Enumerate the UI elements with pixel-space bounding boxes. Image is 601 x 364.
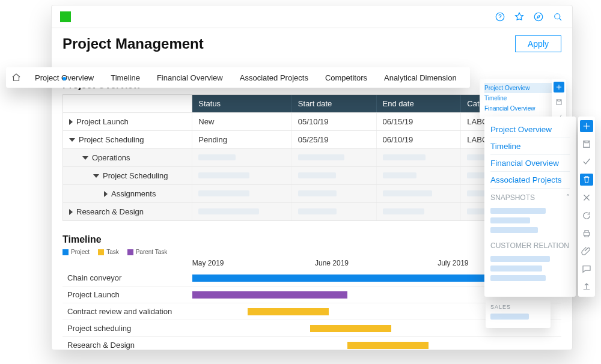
cell-start: 05/10/19 bbox=[292, 113, 377, 130]
col-end[interactable]: End date bbox=[377, 95, 462, 112]
save-icon[interactable] bbox=[554, 97, 564, 108]
row-label: Project Scheduling bbox=[103, 171, 168, 180]
toc-mini: Project Overview Timeline Financial Over… bbox=[480, 79, 558, 119]
cell-start bbox=[292, 167, 377, 184]
svg-rect-5 bbox=[584, 141, 590, 147]
apply-button[interactable]: Apply bbox=[515, 35, 561, 52]
expander-icon[interactable] bbox=[69, 138, 75, 142]
home-icon[interactable] bbox=[6, 72, 26, 83]
add-icon[interactable] bbox=[554, 82, 564, 93]
cell-end: 06/15/19 bbox=[377, 113, 462, 130]
row-label: Project Scheduling bbox=[79, 135, 144, 144]
cell-end bbox=[377, 185, 462, 202]
cell-start bbox=[292, 203, 377, 220]
tab-analytical-dimension[interactable]: Analytical Dimension bbox=[376, 73, 465, 82]
expander-icon[interactable] bbox=[93, 174, 99, 178]
svg-point-3 bbox=[555, 13, 560, 19]
col-status[interactable]: Status bbox=[192, 95, 292, 112]
tab-competitors[interactable]: Competitors bbox=[317, 73, 376, 82]
expander-icon[interactable] bbox=[104, 191, 108, 197]
panel-link[interactable]: Financial Overview bbox=[490, 155, 570, 172]
expander-icon[interactable] bbox=[69, 119, 73, 125]
cell-status: New bbox=[192, 113, 292, 130]
gantt-row-label: Research & Design bbox=[63, 337, 192, 350]
gantt-bar[interactable] bbox=[192, 291, 347, 299]
gantt-bar[interactable] bbox=[310, 325, 391, 332]
export-icon[interactable] bbox=[580, 281, 593, 293]
star-icon[interactable] bbox=[513, 11, 525, 23]
chevron-up-icon: ˄ bbox=[566, 193, 570, 202]
cell-status bbox=[192, 149, 292, 166]
gantt-bar[interactable] bbox=[248, 308, 329, 315]
cell-status: Pending bbox=[192, 131, 292, 148]
attach-icon[interactable] bbox=[580, 246, 593, 258]
search-icon[interactable] bbox=[552, 11, 564, 23]
check-icon[interactable] bbox=[580, 156, 593, 168]
month-label: May 2019 bbox=[192, 259, 315, 267]
expander-icon[interactable] bbox=[69, 209, 73, 215]
svg-point-2 bbox=[534, 13, 543, 21]
panel-customer-header[interactable]: CUSTOMER RELATION bbox=[490, 237, 570, 252]
row-label: Project Launch bbox=[76, 117, 129, 126]
toc-mini-item[interactable]: Project Overview bbox=[484, 83, 553, 93]
help-icon[interactable] bbox=[494, 11, 506, 23]
gantt-row: Research & Design bbox=[63, 336, 561, 350]
top-bar bbox=[52, 5, 572, 28]
row-label: Operations bbox=[92, 153, 130, 162]
sales-tile: SALES bbox=[486, 300, 551, 328]
brand-logo bbox=[60, 11, 71, 22]
sales-title: SALES bbox=[490, 304, 546, 310]
cell-start bbox=[292, 149, 377, 166]
side-panel: Project Overview Timeline Financial Over… bbox=[484, 117, 576, 297]
panel-link[interactable]: Project Overview bbox=[490, 121, 570, 138]
active-tab-indicator bbox=[63, 77, 66, 80]
cell-status bbox=[192, 203, 292, 220]
svg-point-1 bbox=[500, 19, 501, 19]
svg-rect-4 bbox=[557, 100, 561, 105]
print-icon[interactable] bbox=[580, 228, 593, 240]
cell-status bbox=[192, 185, 292, 202]
cell-end: 06/10/19 bbox=[377, 131, 462, 148]
gantt-row-label: Chain conveyor bbox=[63, 270, 192, 286]
tab-timeline[interactable]: Timeline bbox=[102, 73, 148, 82]
comment-icon[interactable] bbox=[580, 263, 593, 275]
legend-parent: Parent Task bbox=[136, 249, 168, 255]
row-label: Research & Design bbox=[76, 207, 144, 216]
top-icon-group bbox=[494, 11, 564, 23]
month-label: June 2019 bbox=[315, 259, 438, 267]
save-icon[interactable] bbox=[580, 138, 593, 150]
tab-project-overview[interactable]: Project Overview bbox=[26, 73, 102, 82]
cell-start: 05/25/19 bbox=[292, 131, 377, 148]
toc-mini-item[interactable]: Timeline bbox=[484, 93, 553, 103]
legend-project: Project bbox=[71, 249, 90, 255]
gantt-bar[interactable] bbox=[347, 342, 429, 349]
action-toolbar bbox=[578, 117, 595, 297]
gantt-row-label: Contract review and validation bbox=[63, 303, 192, 320]
toc-mini-item[interactable]: Financial Overview bbox=[484, 103, 553, 114]
compass-icon[interactable] bbox=[532, 11, 545, 23]
row-label: Assignments bbox=[111, 189, 156, 198]
add-icon[interactable] bbox=[580, 120, 593, 132]
col-tree bbox=[63, 95, 192, 112]
cell-end bbox=[377, 203, 462, 220]
tab-financial-overview[interactable]: Financial Overview bbox=[148, 73, 231, 82]
svg-rect-6 bbox=[584, 232, 590, 235]
cell-end bbox=[377, 167, 462, 184]
tabstrip: Project OverviewTimelineFinancial Overvi… bbox=[6, 67, 470, 88]
page-title: Project Management bbox=[63, 35, 204, 52]
cell-status bbox=[192, 167, 292, 184]
gantt-row-label: Project Launch bbox=[63, 287, 192, 303]
cell-start bbox=[292, 185, 377, 202]
legend-task: Task bbox=[106, 249, 119, 255]
gantt-row-label: Project scheduling bbox=[63, 320, 192, 336]
refresh-icon[interactable] bbox=[580, 210, 593, 222]
cancel-icon[interactable] bbox=[580, 192, 593, 204]
panel-link[interactable]: Timeline bbox=[490, 138, 570, 155]
col-start[interactable]: Start date bbox=[292, 95, 377, 112]
expander-icon[interactable] bbox=[82, 156, 88, 160]
panel-link[interactable]: Associated Projects bbox=[490, 172, 570, 189]
cell-end bbox=[377, 149, 462, 166]
delete-icon[interactable] bbox=[580, 174, 593, 186]
tab-associated-projects[interactable]: Associated Projects bbox=[231, 73, 317, 82]
panel-snapshots-header[interactable]: SNAPSHOTS˄ bbox=[490, 189, 570, 204]
